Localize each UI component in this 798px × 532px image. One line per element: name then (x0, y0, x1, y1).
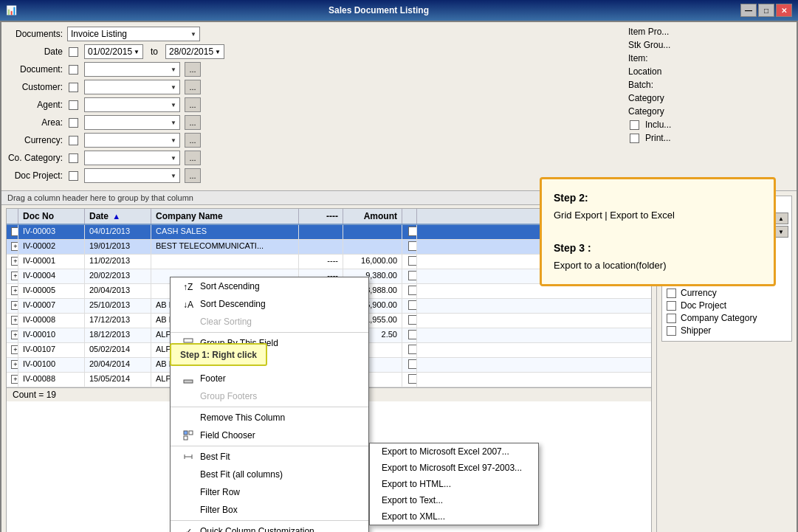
sort-up-btn[interactable]: ▲ (774, 213, 788, 224)
expand-btn[interactable]: + (11, 272, 18, 280)
submenu-item-excel-2007[interactable]: Export to Microsoft Excel 2007... (370, 443, 538, 460)
row-checkbox[interactable] (408, 271, 417, 280)
row-checkbox[interactable] (408, 315, 417, 325)
close-button[interactable]: ✕ (776, 4, 792, 17)
header-docno[interactable]: Doc No (18, 209, 85, 224)
date-to-input[interactable]: 28/02/2015 ▼ (165, 44, 224, 59)
expand-btn[interactable]: + (11, 257, 18, 266)
currency-dropdown[interactable]: ▼ (84, 133, 180, 148)
expand-btn[interactable]: + (11, 345, 18, 354)
check-cell[interactable] (402, 255, 417, 269)
agent-browse-btn[interactable]: ... (185, 97, 201, 112)
sort-companycat-check[interactable] (667, 314, 676, 323)
agent-dropdown[interactable]: ▼ (84, 97, 180, 112)
document-dropdown[interactable]: ▼ (84, 62, 180, 77)
customer-dropdown[interactable]: ▼ (84, 80, 180, 94)
include-checkbox[interactable] (630, 120, 639, 130)
menu-item-quick-col[interactable]: ✓ Quick Column Customization (171, 522, 368, 532)
header-amount[interactable]: Amount (343, 209, 402, 224)
currency-browse-btn[interactable]: ... (185, 133, 201, 148)
check-cell[interactable] (402, 269, 417, 283)
expand-btn[interactable]: + (11, 242, 18, 251)
co-category-checkbox[interactable] (69, 153, 78, 163)
row-checkbox[interactable] (408, 374, 417, 384)
expand-cell[interactable]: + (7, 269, 18, 283)
submenu-item-xml[interactable]: Export to XML... (370, 508, 538, 525)
check-cell[interactable] (402, 314, 417, 328)
expand-btn[interactable]: + (11, 375, 18, 384)
expand-btn[interactable]: + (11, 316, 18, 325)
expand-btn[interactable]: + (11, 286, 18, 295)
submenu-item-excel-97[interactable]: Export to Microsoft Excel 97-2003... (370, 460, 538, 476)
date-to-arrow[interactable]: ▼ (215, 49, 221, 55)
header-dashes[interactable]: ---- (299, 209, 343, 224)
menu-item-field-chooser[interactable]: Field Chooser (171, 426, 368, 444)
menu-item-sort-asc[interactable]: ↑Z Sort Ascending (171, 277, 368, 295)
submenu-item-html[interactable]: Export to HTML... (370, 476, 538, 492)
document-checkbox[interactable] (69, 65, 78, 75)
row-checkbox[interactable] (408, 300, 417, 310)
menu-item-filter-row[interactable]: Filter Row (171, 483, 368, 501)
menu-item-best-fit[interactable]: Best Fit (171, 448, 368, 466)
doc-project-dropdown[interactable]: ▼ (84, 168, 180, 183)
expand-cell[interactable]: + (7, 299, 18, 313)
header-date[interactable]: Date ▲ (85, 209, 151, 224)
area-browse-btn[interactable]: ... (185, 115, 201, 130)
check-cell[interactable] (402, 328, 417, 342)
row-checkbox[interactable] (408, 330, 417, 339)
row-checkbox[interactable] (408, 286, 417, 295)
minimize-button[interactable]: — (740, 4, 757, 17)
expand-cell[interactable]: + (7, 314, 18, 328)
check-cell[interactable] (402, 299, 417, 313)
maximize-button[interactable]: □ (758, 4, 774, 17)
date-checkbox[interactable] (69, 47, 78, 57)
expand-btn[interactable]: + (11, 227, 18, 236)
row-checkbox[interactable] (408, 345, 417, 354)
expand-cell[interactable]: + (7, 284, 18, 298)
doc-project-checkbox[interactable] (69, 171, 78, 181)
doc-project-browse-btn[interactable]: ... (185, 168, 201, 183)
menu-item-filter-box[interactable]: Filter Box (171, 501, 368, 519)
expand-btn[interactable]: + (11, 360, 18, 369)
co-category-dropdown[interactable]: ▼ (84, 151, 180, 165)
submenu-item-text[interactable]: Export to Text... (370, 492, 538, 508)
sort-docproject-check[interactable] (667, 301, 676, 311)
expand-cell[interactable]: + (7, 225, 18, 239)
check-cell[interactable] (402, 343, 417, 357)
area-dropdown[interactable]: ▼ (84, 115, 180, 130)
menu-item-sort-desc[interactable]: ↓A Sort Descending (171, 295, 368, 313)
expand-cell[interactable]: + (7, 240, 18, 254)
sort-currency-check[interactable] (667, 289, 676, 298)
sort-shipper-check[interactable] (667, 326, 676, 336)
expand-btn[interactable]: + (11, 331, 18, 339)
expand-cell[interactable]: + (7, 255, 18, 269)
customer-checkbox[interactable] (69, 83, 78, 92)
customer-browse-btn[interactable]: ... (185, 80, 201, 94)
document-browse-btn[interactable]: ... (185, 62, 201, 77)
row-checkbox[interactable] (408, 227, 417, 236)
documents-dropdown[interactable]: Invoice Listing ▼ (67, 27, 200, 41)
agent-checkbox[interactable] (69, 100, 78, 110)
menu-item-remove-col[interactable]: Remove This Column (171, 409, 368, 426)
currency-checkbox[interactable] (69, 136, 78, 145)
date-from-input[interactable]: 01/02/2015 ▼ (84, 44, 143, 59)
area-checkbox[interactable] (69, 118, 78, 128)
check-cell[interactable] (402, 358, 417, 372)
menu-item-best-fit-all[interactable]: Best Fit (all columns) (171, 466, 368, 483)
expand-cell[interactable]: + (7, 343, 18, 357)
check-cell[interactable] (402, 240, 417, 254)
co-category-browse-btn[interactable]: ... (185, 151, 201, 165)
header-company[interactable]: Company Name (151, 209, 299, 224)
row-checkbox[interactable] (408, 241, 417, 251)
expand-cell[interactable]: + (7, 328, 18, 342)
expand-btn[interactable]: + (11, 301, 18, 310)
check-cell[interactable] (402, 373, 417, 387)
menu-item-footer[interactable]: Footer (171, 370, 368, 387)
date-from-arrow[interactable]: ▼ (134, 49, 140, 55)
sort-down-btn[interactable]: ▼ (774, 226, 788, 238)
expand-cell[interactable]: + (7, 373, 18, 387)
check-cell[interactable] (402, 284, 417, 298)
expand-cell[interactable]: + (7, 358, 18, 372)
row-checkbox[interactable] (408, 256, 417, 266)
check-cell[interactable] (402, 225, 417, 239)
